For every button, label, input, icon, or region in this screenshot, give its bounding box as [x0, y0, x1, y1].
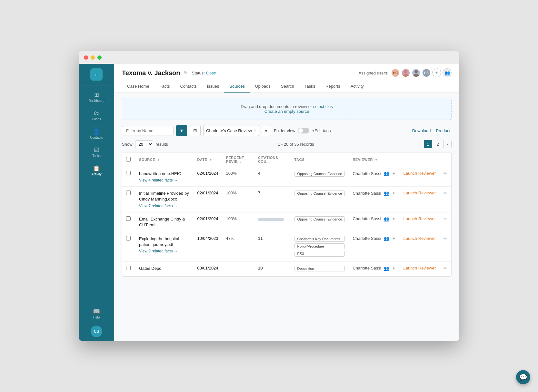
- toolbar-right-actions: Download Produce: [412, 128, 452, 133]
- related-facts-link[interactable]: View 7 related facts →: [139, 204, 190, 208]
- download-button[interactable]: Download: [412, 128, 431, 133]
- edit-row-button[interactable]: ✏: [443, 191, 447, 196]
- create-empty-source-link[interactable]: Create an empty source: [264, 109, 309, 114]
- page-2-button[interactable]: 2: [433, 140, 442, 148]
- row-checkbox-cell: [122, 167, 135, 187]
- tab-tasks[interactable]: Tasks: [299, 81, 320, 93]
- assign-reviewer-icon[interactable]: 👥: [384, 266, 389, 271]
- reviewer-sort-icon[interactable]: ▼: [375, 158, 378, 162]
- tab-contacts[interactable]: Contacts: [175, 81, 202, 93]
- select-files-link[interactable]: select files: [313, 104, 333, 109]
- tag-close-icon[interactable]: ×: [254, 128, 256, 133]
- tab-case-home[interactable]: Case Home: [122, 81, 154, 93]
- edit-tags-button[interactable]: +Edit tags: [312, 128, 331, 133]
- case-title: Texoma v. Jackson: [122, 69, 180, 77]
- edit-row-button[interactable]: ✏: [443, 266, 447, 271]
- source-sort-icon[interactable]: ▼: [157, 158, 160, 162]
- tab-reports[interactable]: Reports: [320, 81, 345, 93]
- header: Texoma v. Jackson ✎ Status: Open Assigne…: [114, 64, 459, 93]
- row-checkbox[interactable]: [126, 216, 131, 221]
- assign-reviewer-icon[interactable]: 👥: [384, 236, 389, 241]
- grid-view-button[interactable]: ⊞: [190, 125, 201, 136]
- source-name: Gates Depo: [139, 266, 190, 271]
- user-avatar-sidebar[interactable]: CS: [91, 326, 102, 337]
- tab-sources[interactable]: Sources: [224, 81, 250, 93]
- sources-table: SOURCE ▼ DATE ▼ PERCENT REVIE... CITATIO…: [122, 152, 452, 277]
- add-user-button[interactable]: +: [432, 68, 441, 77]
- active-tag-filter[interactable]: Charlotte's Case Review ×: [203, 125, 259, 136]
- header-right: Assigned users: HC: [359, 68, 452, 77]
- related-facts-link[interactable]: View 4 related facts →: [139, 178, 190, 182]
- chat-button[interactable]: 💬: [516, 370, 530, 384]
- group-users-icon[interactable]: 👥: [443, 68, 452, 77]
- reviewer-name: Charlotte Sassi: [353, 216, 381, 221]
- assign-reviewer-icon[interactable]: 👥: [384, 191, 389, 196]
- sidebar-item-label: Dashboard: [89, 99, 105, 103]
- select-all-checkbox[interactable]: [126, 157, 131, 162]
- related-facts-link[interactable]: View 9 related facts →: [139, 249, 190, 253]
- row-checkbox-cell: [122, 212, 135, 232]
- tab-search[interactable]: Search: [276, 81, 299, 93]
- sidebar-item-tasks[interactable]: ☑ Tasks: [79, 143, 114, 162]
- sidebar-item-contacts[interactable]: 👤 Contacts: [79, 125, 114, 143]
- sidebar-item-cases[interactable]: 🗂 Cases: [79, 106, 114, 125]
- date-sort-icon[interactable]: ▼: [209, 158, 212, 162]
- tags-cell: Charlotte's Key DocumentsPolicy/Procedur…: [291, 232, 349, 261]
- assign-reviewer-icon[interactable]: 👥: [384, 171, 389, 176]
- move-reviewer-icon[interactable]: ✦: [392, 266, 396, 271]
- tab-activity[interactable]: Activity: [345, 81, 369, 93]
- filter-button[interactable]: ▼: [176, 125, 187, 136]
- row-checkbox[interactable]: [126, 236, 131, 240]
- source-name: Email Exchange Cindy & GHT.eml: [139, 216, 190, 228]
- launch-reviewer-button[interactable]: Launch Reviewer: [404, 191, 436, 195]
- page-1-button[interactable]: 1: [424, 140, 432, 148]
- row-checkbox[interactable]: [126, 171, 131, 175]
- reviewer-cell-inner: Charlotte Sassi👥✦: [353, 216, 395, 221]
- launch-reviewer-button[interactable]: Launch Reviewer: [404, 216, 436, 221]
- table-row: Initial Timeline Provided by Cindy Manni…: [122, 187, 451, 212]
- next-page-button[interactable]: ›: [443, 140, 452, 148]
- close-btn[interactable]: [84, 55, 88, 60]
- edit-case-icon[interactable]: ✎: [184, 70, 188, 75]
- tag-pill: Opposing Counsel Evidence: [294, 191, 345, 196]
- sidebar-item-help[interactable]: 📖 Help: [90, 305, 103, 323]
- edit-row-button[interactable]: ✏: [443, 236, 447, 241]
- app-logo: ←: [90, 68, 103, 81]
- tab-uploads[interactable]: Uploads: [250, 81, 276, 93]
- minimize-btn[interactable]: [91, 55, 95, 60]
- move-reviewer-icon[interactable]: ✦: [392, 191, 396, 196]
- titlebar: [79, 51, 459, 64]
- maximize-btn[interactable]: [97, 55, 102, 60]
- sidebar-item-label: Cases: [92, 117, 101, 121]
- tab-facts[interactable]: Facts: [154, 81, 175, 93]
- sidebar-item-dashboard[interactable]: ⊞ Dashboard: [79, 88, 114, 106]
- edit-row-button[interactable]: ✏: [443, 171, 447, 176]
- folder-view-toggle[interactable]: [298, 128, 309, 133]
- reviewer-cell: Charlotte Sassi👥✦: [349, 167, 399, 187]
- reviewer-name: Charlotte Sassi: [353, 191, 381, 196]
- row-checkbox[interactable]: [126, 191, 131, 195]
- launch-reviewer-button[interactable]: Launch Reviewer: [404, 266, 436, 270]
- row-checkbox[interactable]: [126, 266, 131, 270]
- filter-by-name-input[interactable]: [122, 126, 174, 135]
- launch-cell: Launch Reviewer: [400, 187, 440, 212]
- percent-cell: 100%: [222, 212, 254, 232]
- launch-reviewer-button[interactable]: Launch Reviewer: [404, 171, 436, 176]
- user-avatars: HC: [391, 68, 452, 77]
- date-cell: 08/01/2024: [194, 261, 222, 276]
- produce-button[interactable]: Produce: [436, 128, 452, 133]
- edit-cell: ✏: [440, 232, 451, 261]
- edit-row-button[interactable]: ✏: [443, 216, 447, 221]
- move-reviewer-icon[interactable]: ✦: [392, 236, 396, 241]
- move-reviewer-icon[interactable]: ✦: [392, 216, 396, 221]
- reviewer-cell: Charlotte Sassi👥✦: [349, 232, 399, 261]
- source-cell: handwritten note.HEICView 4 related fact…: [135, 167, 194, 187]
- tab-issues[interactable]: Issues: [202, 81, 224, 93]
- tag-dropdown-button[interactable]: ▾: [262, 125, 271, 136]
- assign-reviewer-icon[interactable]: 👥: [384, 216, 389, 221]
- show-count-select[interactable]: 20 50 100: [135, 140, 153, 148]
- move-reviewer-icon[interactable]: ✦: [392, 171, 396, 176]
- tags-container: Opposing Counsel Evidence: [294, 171, 345, 178]
- sidebar-item-activity[interactable]: 📋 Activity: [79, 162, 114, 180]
- launch-reviewer-button[interactable]: Launch Reviewer: [404, 236, 436, 241]
